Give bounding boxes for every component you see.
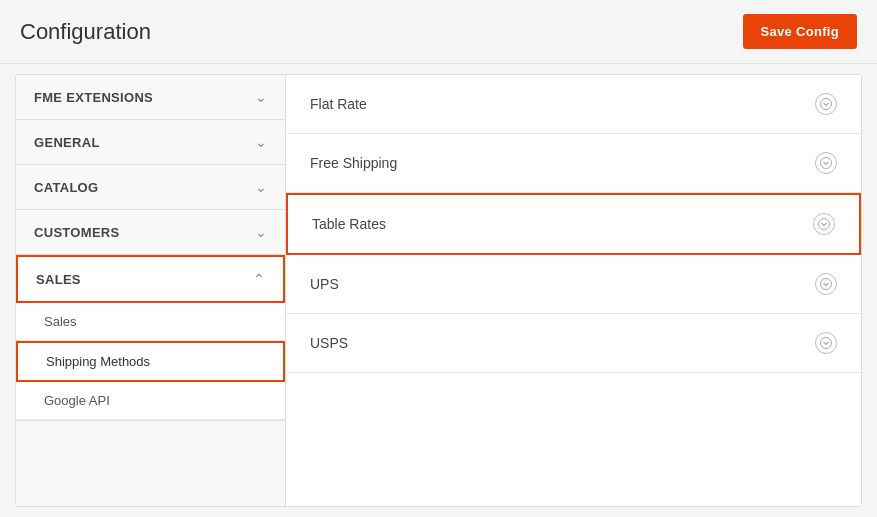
chevron-down-icon: ⌄: [255, 134, 267, 150]
expand-icon: [815, 332, 837, 354]
main-panel: Flat Rate Free Shipping: [286, 75, 861, 506]
svg-point-4: [821, 338, 832, 349]
config-row-label: USPS: [310, 335, 348, 351]
config-row-flat-rate[interactable]: Flat Rate: [286, 75, 861, 134]
sidebar-item-general[interactable]: GENERAL ⌄: [16, 120, 285, 165]
sidebar-item-sales[interactable]: SALES ⌃: [16, 255, 285, 303]
save-config-button[interactable]: Save Config: [743, 14, 857, 49]
content-area: FME EXTENSIONS ⌄ GENERAL ⌄ CATALOG ⌄ CUS…: [15, 74, 862, 507]
chevron-down-icon: ⌄: [255, 224, 267, 240]
chevron-down-icon: ⌄: [255, 179, 267, 195]
sidebar-item-fme-extensions[interactable]: FME EXTENSIONS ⌄: [16, 75, 285, 120]
chevron-up-icon: ⌃: [253, 271, 265, 287]
sidebar: FME EXTENSIONS ⌄ GENERAL ⌄ CATALOG ⌄ CUS…: [16, 75, 286, 506]
sidebar-item-label: SALES: [36, 272, 81, 287]
config-row-label: Free Shipping: [310, 155, 397, 171]
config-row-usps[interactable]: USPS: [286, 314, 861, 373]
config-row-label: UPS: [310, 276, 339, 292]
sidebar-item-label: CATALOG: [34, 180, 98, 195]
svg-point-0: [821, 99, 832, 110]
chevron-down-icon: ⌄: [255, 89, 267, 105]
expand-icon: [813, 213, 835, 235]
page-title: Configuration: [20, 19, 151, 45]
sidebar-item-label: GENERAL: [34, 135, 100, 150]
config-row-ups[interactable]: UPS: [286, 255, 861, 314]
expand-icon: [815, 152, 837, 174]
page-header: Configuration Save Config: [0, 0, 877, 64]
expand-icon: [815, 273, 837, 295]
svg-point-3: [821, 279, 832, 290]
sidebar-subitem-sales[interactable]: Sales: [16, 303, 285, 341]
config-row-table-rates[interactable]: Table Rates: [286, 193, 861, 255]
svg-point-1: [821, 158, 832, 169]
sidebar-item-label: FME EXTENSIONS: [34, 90, 153, 105]
sidebar-subitem-shipping-methods[interactable]: Shipping Methods: [16, 341, 285, 382]
expand-icon: [815, 93, 837, 115]
svg-point-2: [819, 219, 830, 230]
page-wrapper: Configuration Save Config FME EXTENSIONS…: [0, 0, 877, 517]
sidebar-item-label: CUSTOMERS: [34, 225, 120, 240]
config-row-label: Flat Rate: [310, 96, 367, 112]
sidebar-item-customers[interactable]: CUSTOMERS ⌄: [16, 210, 285, 255]
sidebar-submenu-sales: Sales Shipping Methods Google API: [16, 303, 285, 421]
config-row-free-shipping[interactable]: Free Shipping: [286, 134, 861, 193]
config-row-label: Table Rates: [312, 216, 386, 232]
sidebar-item-catalog[interactable]: CATALOG ⌄: [16, 165, 285, 210]
sidebar-subitem-google-api[interactable]: Google API: [16, 382, 285, 420]
